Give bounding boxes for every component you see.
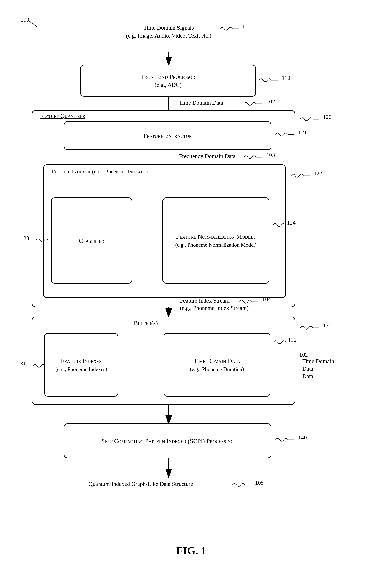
time-domain-data-box-label: Time Domain Data (e.g., Phoneme Duration… xyxy=(188,355,246,375)
box-feature-indexes: Feature Indexes (e.g., Phoneme Indexes) xyxy=(44,333,118,397)
ref-131: 131 xyxy=(17,360,26,367)
ref-123-squiggle xyxy=(34,236,50,245)
label-buffers: Buffer(s) xyxy=(134,320,158,327)
scpi-label: Self Compacting Pattern Indexer (SCPI) P… xyxy=(101,437,234,445)
ref-124: 124 xyxy=(287,219,295,226)
ref-103-squiggle xyxy=(242,153,266,161)
label-quantum: Quantum Indexed Graph-Like Data Structur… xyxy=(88,480,193,488)
ref-130: 130 xyxy=(323,322,331,329)
box-scpi: Self Compacting Pattern Indexer (SCPI) P… xyxy=(64,423,271,458)
box-time-domain-data: Time Domain Data (e.g., Phoneme Duration… xyxy=(164,333,271,397)
ref-140-squiggle xyxy=(273,436,298,444)
ref-120-squiggle xyxy=(298,115,323,123)
box-classifier: Classifier xyxy=(51,197,132,284)
ref-110-squiggle xyxy=(257,76,282,84)
ref-122: 122 xyxy=(314,170,322,177)
ref-123: 123 xyxy=(21,235,29,241)
ref-101: 101 xyxy=(242,23,250,30)
box-feature-norm: Feature Normalization Models (e.g., Phon… xyxy=(163,197,270,284)
ref-131-squiggle xyxy=(31,362,44,370)
label-freq-domain-data: Frequency Domain Data xyxy=(179,152,236,160)
ref-121: 121 xyxy=(298,129,307,136)
feature-norm-label: Feature Normalization Models (e.g., Phon… xyxy=(172,229,260,251)
label-time-domain-signals: Time Domain Signals (e.g. Image, Audio, … xyxy=(121,24,216,40)
ref-124-squiggle xyxy=(271,221,288,229)
ref-132: 132 xyxy=(288,337,297,343)
ref-122-squiggle xyxy=(289,172,314,180)
box-feature-extractor: Feature Extractor xyxy=(64,121,271,150)
figure-label: FIG. 1 xyxy=(140,545,243,557)
ref-132-squiggle xyxy=(271,338,288,346)
ref-105: 105 xyxy=(255,479,264,486)
ref-130-squiggle xyxy=(298,324,323,332)
box-front-end-processor: Front End Processor (e.g., ADC) xyxy=(80,65,256,97)
ref-102-top: 102 xyxy=(266,98,275,105)
ref-103: 103 xyxy=(266,152,275,158)
svg-line-12 xyxy=(27,20,37,27)
label-feature-quantizer: Feature Quantizer xyxy=(40,113,85,119)
feature-indexes-label: Feature Indexes (e.g., Phoneme Indexes) xyxy=(53,355,109,375)
ref-105-squiggle xyxy=(230,481,255,489)
feature-extractor-label: Feature Extractor xyxy=(143,132,192,140)
diagram-container: 100 Time Domain Signals (e.g. Image, Aud… xyxy=(0,0,377,588)
ref-104-squiggle xyxy=(237,298,262,306)
front-end-processor-label: Front End Processor (e.g., ADC) xyxy=(141,73,195,89)
ref-102-top-squiggle xyxy=(242,100,266,108)
ref-102-right: 102 xyxy=(299,351,308,358)
ref-100-arrow xyxy=(27,20,39,28)
ref-101-squiggle xyxy=(218,25,243,33)
classifier-label: Classifier xyxy=(79,237,105,245)
ref-121-squiggle xyxy=(273,131,298,139)
ref-110: 110 xyxy=(282,75,290,81)
ref-104: 104 xyxy=(262,296,271,303)
label-feature-indexer: Feature Indexer (e.g., Phoneme Indexer) xyxy=(51,168,148,176)
ref-140: 140 xyxy=(298,434,307,441)
ref-120: 120 xyxy=(323,114,331,120)
label-time-domain-data-top: Time Domain Data xyxy=(179,99,223,107)
label-time-domain-data-right: Time Domain Data Data xyxy=(302,358,339,380)
